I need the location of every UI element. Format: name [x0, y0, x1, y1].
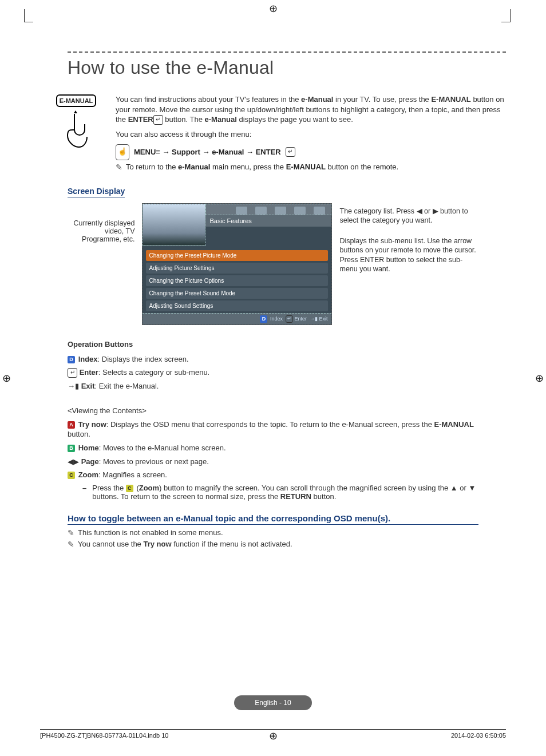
op-try-now: A Try now: Displays the OSD menu that co…: [68, 419, 478, 440]
screen-display-figure: Currently displayed video, TV Programme,…: [68, 203, 478, 325]
intro-text: You can find instructions about your TV'…: [116, 94, 506, 174]
menu-path: ☝ MENU≡ → Support → e-Manual → ENTER↵: [116, 144, 506, 160]
category-label: Basic Features: [205, 215, 331, 227]
enter-icon: ↵: [153, 115, 163, 125]
e-manual-remote-button: E-MANUAL: [56, 94, 97, 107]
yellow-c-icon: C: [126, 485, 133, 492]
intro-paragraph-1: You can find instructions about your TV'…: [116, 94, 506, 125]
page-number-pill: English - 10: [234, 695, 311, 710]
footer-filename: [PH4500-ZG-ZT]BN68-05773A-01L04.indb 10: [40, 732, 168, 739]
toggle-heading: How to toggle between an e-Manual topic …: [68, 513, 478, 525]
submenu-list: Changing the Preset Picture Mode Adjusti…: [143, 246, 331, 311]
enter-icon: ↵: [286, 315, 293, 323]
submenu-item: Adjusting Sound Settings: [146, 300, 328, 311]
screen-display-heading: Screen Display: [68, 187, 125, 197]
page-footer: English - 10: [0, 695, 546, 710]
intro-row: E-MANUAL You can find instructions about…: [50, 94, 506, 174]
category-icon: [314, 207, 325, 215]
menu-path-text: MENU≡ → Support → e-Manual → ENTER: [134, 148, 281, 156]
op-page: ◀▶ Page: Moves to previous or next page.: [68, 457, 478, 467]
tv-screen-mock: Basic Features Changing the Preset Pictu…: [142, 203, 332, 325]
op-index: D Index: Displays the index screen.: [68, 354, 478, 365]
left-right-icon: ◀▶: [68, 457, 79, 466]
video-preview: [143, 204, 205, 246]
blue-d-icon: D: [260, 315, 267, 323]
op-zoom-sub: – Press the C (Zoom) button to magnify t…: [82, 484, 478, 501]
green-b-icon: B: [68, 445, 75, 452]
crop-mark-right: ⊕: [535, 372, 544, 385]
category-caption: The category list. Press ◀ or ▶ button t…: [340, 207, 477, 225]
remote-illustration: E-MANUAL: [50, 94, 102, 152]
hand-icon: ☝: [116, 144, 129, 160]
note-line: ✎ To return to the e-Manual main menu, p…: [116, 163, 506, 172]
crop-mark-top: ⊕: [269, 2, 278, 15]
note-icon: ✎: [68, 540, 74, 549]
viewing-contents-heading: <Viewing the Contents>: [68, 406, 478, 415]
operation-buttons-heading: Operation Buttons: [68, 340, 478, 349]
note-icon: ✎: [116, 163, 122, 172]
submenu-item: Adjusting Picture Settings: [146, 263, 328, 274]
note-line: ✎ You cannot use the Try now function if…: [68, 540, 478, 549]
header-separator: [68, 52, 506, 53]
crop-tick: [510, 9, 511, 22]
crop-mark-bottom: ⊕: [269, 730, 278, 742]
op-exit: →▮ Exit: Exit the e-Manual.: [68, 381, 478, 391]
category-icons-row: [205, 204, 331, 215]
enter-icon: ↵: [286, 147, 295, 157]
submenu-item: Changing the Preset Sound Mode: [146, 288, 328, 299]
footer-datetime: 2014-02-03 6:50:05: [451, 732, 506, 739]
crop-tick: [24, 22, 33, 22]
category-icon: [255, 207, 267, 215]
screen-footer-bar: D Index ↵ Enter →▮ Exit: [143, 313, 331, 324]
blue-d-icon: D: [68, 356, 75, 363]
note-icon: ✎: [68, 528, 74, 537]
op-enter: ↵ Enter: Selects a category or sub-menu.: [68, 367, 478, 378]
category-icon: [275, 207, 286, 215]
screen-left-caption: Currently displayed video, TV Programme,…: [69, 203, 142, 243]
category-icon: [236, 207, 247, 215]
op-home: B Home: Moves to the e-Manual home scree…: [68, 443, 478, 453]
operation-buttons-section: Operation Buttons D Index: Displays the …: [68, 340, 478, 501]
hand-press-icon: [50, 109, 102, 152]
yellow-c-icon: C: [68, 472, 75, 479]
op-zoom: C Zoom: Magnifies a screen.: [68, 470, 478, 480]
note-line: ✎ This function is not enabled in some m…: [68, 528, 478, 537]
submenu-item: Changing the Picture Options: [146, 275, 328, 286]
manual-page: ⊕ ⊕ ⊕ ⊕ How to use the e-Manual E-MANUAL…: [0, 0, 546, 756]
submenu-caption: Displays the sub-menu list. Use the arro…: [340, 236, 477, 274]
crop-tick: [24, 9, 25, 22]
dash-bullet: –: [82, 484, 86, 501]
exit-icon: →▮: [68, 382, 79, 390]
red-a-icon: A: [68, 421, 75, 429]
page-title: How to use the e-Manual: [68, 57, 506, 78]
submenu-item: Changing the Preset Picture Mode: [146, 250, 328, 261]
enter-icon: ↵: [68, 368, 77, 378]
category-icon: [294, 207, 306, 215]
intro-paragraph-2: You can also access it through the menu:: [116, 129, 506, 140]
screen-right-captions: The category list. Press ◀ or ▶ button t…: [332, 203, 477, 286]
footer-rule: [40, 729, 506, 730]
crop-tick: [501, 22, 511, 22]
crop-mark-left: ⊕: [2, 372, 11, 385]
toggle-notes: ✎ This function is not enabled in some m…: [68, 528, 478, 549]
